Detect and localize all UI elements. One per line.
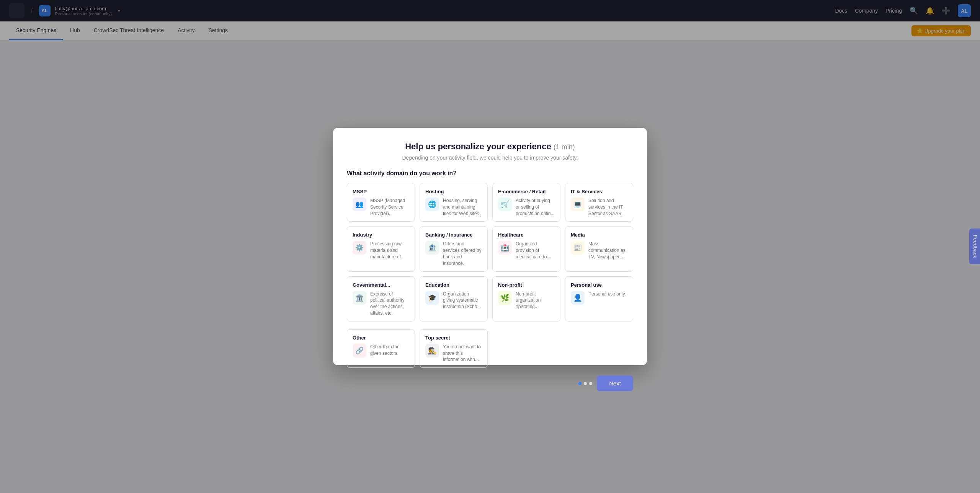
card-ecommerce-title: E-commerce / Retail (498, 189, 555, 194)
card-ecommerce[interactable]: E-commerce / Retail 🛒 Activity of buying… (492, 183, 560, 222)
top-secret-icon: 🕵️ (425, 344, 439, 358)
card-healthcare[interactable]: Healthcare 🏥 Organized provision of medi… (492, 226, 560, 271)
card-healthcare-desc: Organized provision of medical care to..… (516, 241, 555, 260)
card-non-profit-body: 🌿 Non-profit organization operating... (498, 291, 555, 310)
card-education-body: 🎓 Organization giving systematic instruc… (425, 291, 482, 310)
card-top-secret[interactable]: Top secret 🕵️ You do not want to share t… (420, 329, 488, 368)
ecommerce-icon: 🛒 (498, 198, 512, 211)
dot-1 (578, 382, 581, 385)
card-industry-body: ⚙️ Processing raw materials and manufact… (353, 241, 409, 260)
card-ecommerce-desc: Activity of buying or selling of product… (516, 198, 555, 217)
modal-footer: Next (347, 375, 633, 391)
hosting-icon: 🌐 (425, 198, 439, 211)
card-non-profit-title: Non-profit (498, 282, 555, 288)
card-it-services-body: 💻 Solution and services in the IT Sector… (571, 198, 627, 217)
dots-indicator (578, 382, 592, 385)
card-it-services-title: IT & Services (571, 189, 627, 194)
card-media[interactable]: Media 📰 Mass communication as TV, Newspa… (565, 226, 633, 271)
card-banking-desc: Offers and services offered by bank and … (443, 241, 482, 266)
card-top-secret-desc: You do not want to share this informatio… (443, 344, 482, 363)
card-hosting-desc: Housing, serving and maintaining files f… (443, 198, 482, 217)
feedback-tab[interactable]: Feedback (969, 229, 980, 264)
card-personal-use-title: Personal use (571, 282, 627, 288)
card-personal-use[interactable]: Personal use 👤 Personal use only. (565, 276, 633, 322)
modal-title-text: Help us personalize your experience (405, 142, 551, 151)
card-top-secret-title: Top secret (425, 335, 482, 341)
modal-question: What activity domain do you work in? (347, 170, 633, 177)
card-hosting[interactable]: Hosting 🌐 Housing, serving and maintaini… (420, 183, 488, 222)
card-non-profit-desc: Non-profit organization operating... (516, 291, 555, 310)
non-profit-icon: 🌿 (498, 291, 512, 305)
card-governmental-title: Governmental... (353, 282, 409, 288)
media-icon: 📰 (571, 241, 585, 255)
card-personal-use-body: 👤 Personal use only. (571, 291, 627, 305)
card-industry-title: Industry (353, 232, 409, 238)
industry-icon: ⚙️ (353, 241, 366, 255)
modal-title-time: (1 min) (554, 143, 575, 151)
card-industry-desc: Processing raw materials and manufacture… (370, 241, 409, 260)
other-icon: 🔗 (353, 344, 366, 358)
personalize-modal: Help us personalize your experience (1 m… (333, 128, 647, 365)
card-banking-body: 🏦 Offers and services offered by bank an… (425, 241, 482, 266)
card-mssp-desc: MSSP (Managed Security Service Provider)… (370, 198, 409, 217)
mssp-icon: 👥 (353, 198, 366, 211)
empty-slot-2 (565, 329, 633, 368)
card-governmental-desc: Exercise of political authority over the… (370, 291, 409, 317)
dot-3 (589, 382, 592, 385)
card-hosting-title: Hosting (425, 189, 482, 194)
card-it-services[interactable]: IT & Services 💻 Solution and services in… (565, 183, 633, 222)
personal-use-icon: 👤 (571, 291, 585, 305)
modal-overlay: Help us personalize your experience (1 m… (0, 0, 980, 493)
card-ecommerce-body: 🛒 Activity of buying or selling of produ… (498, 198, 555, 217)
empty-slot-1 (492, 329, 560, 368)
card-mssp-title: MSSP (353, 189, 409, 194)
card-education-desc: Organization giving systematic instructi… (443, 291, 482, 310)
card-other[interactable]: Other 🔗 Other than the given sectors. (347, 329, 415, 368)
card-healthcare-title: Healthcare (498, 232, 555, 238)
card-personal-use-desc: Personal use only. (588, 291, 626, 297)
card-media-body: 📰 Mass communication as TV, Newspaper,..… (571, 241, 627, 260)
card-governmental[interactable]: Governmental... 🏛️ Exercise of political… (347, 276, 415, 322)
card-other-body: 🔗 Other than the given sectors. (353, 344, 409, 358)
card-media-desc: Mass communication as TV, Newspaper,... (588, 241, 627, 260)
card-mssp-body: 👥 MSSP (Managed Security Service Provide… (353, 198, 409, 217)
education-icon: 🎓 (425, 291, 439, 305)
modal-subtitle: Depending on your activity field, we cou… (347, 155, 633, 161)
card-top-secret-body: 🕵️ You do not want to share this informa… (425, 344, 482, 363)
card-industry[interactable]: Industry ⚙️ Processing raw materials and… (347, 226, 415, 271)
card-it-services-desc: Solution and services in the IT Sector a… (588, 198, 627, 217)
card-banking[interactable]: Banking / Insurance 🏦 Offers and service… (420, 226, 488, 271)
card-education[interactable]: Education 🎓 Organization giving systemat… (420, 276, 488, 322)
cards-grid-row1: MSSP 👥 MSSP (Managed Security Service Pr… (347, 183, 633, 322)
card-mssp[interactable]: MSSP 👥 MSSP (Managed Security Service Pr… (347, 183, 415, 222)
card-media-title: Media (571, 232, 627, 238)
card-education-title: Education (425, 282, 482, 288)
card-banking-title: Banking / Insurance (425, 232, 482, 238)
dot-2 (584, 382, 587, 385)
card-other-title: Other (353, 335, 409, 341)
card-non-profit[interactable]: Non-profit 🌿 Non-profit organization ope… (492, 276, 560, 322)
it-services-icon: 💻 (571, 198, 585, 211)
next-button[interactable]: Next (597, 375, 633, 391)
card-governmental-body: 🏛️ Exercise of political authority over … (353, 291, 409, 317)
governmental-icon: 🏛️ (353, 291, 366, 305)
healthcare-icon: 🏥 (498, 241, 512, 255)
cards-grid-row3: Other 🔗 Other than the given sectors. To… (347, 329, 633, 368)
card-other-desc: Other than the given sectors. (370, 344, 409, 357)
banking-icon: 🏦 (425, 241, 439, 255)
card-healthcare-body: 🏥 Organized provision of medical care to… (498, 241, 555, 260)
modal-title: Help us personalize your experience (1 m… (347, 142, 633, 152)
card-hosting-body: 🌐 Housing, serving and maintaining files… (425, 198, 482, 217)
